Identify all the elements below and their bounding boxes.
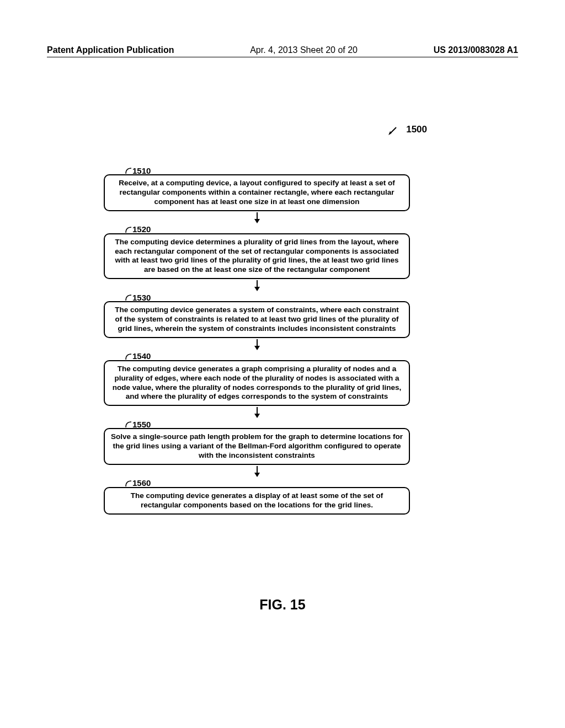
- arrow-down-icon: [104, 212, 410, 223]
- header-right: US 2013/0083028 A1: [434, 45, 518, 55]
- svg-marker-5: [254, 287, 260, 291]
- curve-icon: [125, 420, 131, 428]
- header-left: Patent Application Publication: [47, 45, 174, 55]
- flow-box-1510: Receive, at a computing device, a layout…: [104, 174, 410, 211]
- arrow-down-icon: [104, 407, 410, 418]
- svg-marker-9: [254, 414, 260, 418]
- arrow-down-icon: [104, 466, 410, 477]
- box-label-1520: 1520: [125, 224, 410, 234]
- label-num: 1510: [132, 166, 151, 175]
- pointer-arrow-icon: [388, 124, 398, 135]
- arrow-down-icon: [104, 280, 410, 291]
- label-num: 1530: [132, 293, 151, 302]
- flowchart: 1510 Receive, at a computing device, a l…: [104, 165, 410, 515]
- figure-caption: FIG. 15: [0, 597, 565, 613]
- label-num: 1560: [132, 478, 151, 488]
- svg-marker-11: [254, 473, 260, 477]
- label-num: 1550: [132, 420, 151, 429]
- curve-icon: [125, 352, 131, 360]
- curve-icon: [125, 167, 131, 174]
- label-num: 1520: [132, 224, 151, 234]
- flow-box-1520: The computing device determines a plural…: [104, 233, 410, 280]
- svg-marker-7: [254, 346, 260, 350]
- page-header: Patent Application Publication Apr. 4, 2…: [47, 45, 518, 57]
- page: Patent Application Publication Apr. 4, 2…: [0, 0, 565, 728]
- curve-icon: [125, 479, 131, 487]
- label-num: 1540: [132, 351, 151, 361]
- header-center: Apr. 4, 2013 Sheet 20 of 20: [250, 45, 358, 55]
- arrow-down-icon: [104, 339, 410, 350]
- curve-icon: [125, 226, 131, 233]
- flow-box-1560: The computing device generates a display…: [104, 487, 410, 515]
- svg-marker-3: [254, 219, 260, 223]
- curve-icon: [125, 293, 131, 301]
- flow-box-1540: The computing device generates a graph c…: [104, 360, 410, 406]
- figure-main-label: 1500: [406, 124, 427, 135]
- flow-box-1530: The computing device generates a system …: [104, 301, 410, 338]
- flow-box-1550: Solve a single-source path length proble…: [104, 428, 410, 465]
